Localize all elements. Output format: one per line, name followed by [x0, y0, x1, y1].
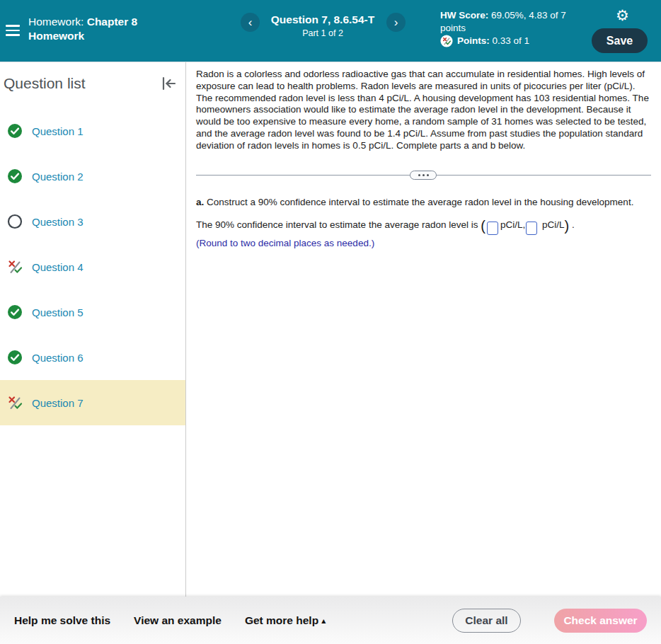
- sidebar-item-question-6[interactable]: Question 6: [0, 335, 185, 380]
- assignment-type-label: Homework:: [28, 16, 84, 28]
- unit-label-second: pCi/L: [542, 219, 565, 230]
- chevron-right-icon: ›: [394, 16, 398, 29]
- sidebar-item-question-1[interactable]: Question 1: [0, 108, 185, 154]
- question-link-label: Question 7: [32, 397, 84, 409]
- question-list-title: Question list: [4, 75, 86, 92]
- correct-status-icon: [7, 123, 23, 139]
- answer-line: The 90% confidence interval to estimate …: [196, 218, 651, 236]
- collapse-panel-button[interactable]: [160, 74, 178, 93]
- close-paren: ): [564, 218, 569, 234]
- help-me-solve-this-button[interactable]: Help me solve this: [14, 614, 110, 627]
- partial-status-icon: [7, 395, 23, 410]
- part-a-label: a.: [196, 197, 204, 207]
- question-nav-title: Question 7, 8.6.54-T Part 1 of 2: [263, 13, 382, 38]
- points-line: Points: 0.33 of 1: [440, 35, 587, 47]
- collapse-arrow-icon: [160, 74, 178, 93]
- question-part-label: Part 1 of 2: [263, 28, 382, 38]
- unit-label-first: pCi/L,: [500, 219, 525, 230]
- question-list: Question 1 Question 2 Question 3 Questio…: [0, 108, 185, 425]
- question-list-header: Question list: [0, 62, 185, 100]
- score-block: HW Score: 69.05%, 4.83 of 7 points Point…: [440, 9, 587, 47]
- caret-up-icon: ▴: [321, 616, 326, 625]
- question-link-label: Question 5: [32, 306, 84, 318]
- section-divider: [196, 171, 651, 180]
- menu-hamburger-icon[interactable]: [6, 25, 20, 36]
- question-link-label: Question 1: [32, 125, 84, 137]
- settings-gear-icon[interactable]: ⚙: [616, 7, 629, 24]
- bottom-toolbar: Help me solve this View an example Get m…: [0, 597, 661, 644]
- partial-status-icon: [7, 259, 23, 275]
- question-title: Question 7, 8.6.54-T: [263, 13, 382, 26]
- question-link-label: Question 4: [32, 261, 84, 273]
- chevron-left-icon: ‹: [248, 16, 253, 29]
- assignment-title: Homework: Chapter 8 Homework: [28, 15, 157, 43]
- question-link-label: Question 3: [32, 216, 84, 228]
- ellipsis-icon: [418, 174, 420, 176]
- ellipsis-toggle-button[interactable]: [410, 171, 437, 180]
- check-answer-button[interactable]: Check answer: [554, 609, 647, 633]
- sidebar-item-question-4[interactable]: Question 4: [0, 244, 185, 289]
- problem-statement: Radon is a colorless and odorless radioa…: [196, 69, 651, 152]
- question-link-label: Question 2: [32, 171, 84, 183]
- sidebar-item-question-2[interactable]: Question 2: [0, 154, 185, 199]
- correct-status-icon: [7, 304, 23, 320]
- next-question-button[interactable]: ›: [386, 13, 406, 32]
- part-a-prompt: a. Construct a 90% confidence interval t…: [196, 197, 651, 207]
- question-link-label: Question 6: [32, 352, 84, 364]
- app-header: Homework: Chapter 8 Homework ‹ Question …: [0, 0, 661, 62]
- hw-score-line: HW Score: 69.05%, 4.83 of 7 points: [440, 9, 587, 34]
- answer-input-lower[interactable]: [487, 222, 498, 235]
- correct-status-icon: [7, 350, 23, 365]
- unanswered-status-icon: [7, 214, 23, 229]
- save-button[interactable]: Save: [592, 28, 648, 53]
- body-row: Question list Question 1 Question 2: [0, 62, 661, 597]
- part-a-text: Construct a 90% confidence interval to e…: [204, 197, 633, 207]
- question-content: Radon is a colorless and odorless radioa…: [186, 62, 661, 597]
- sidebar-item-question-5[interactable]: Question 5: [0, 289, 185, 335]
- answer-sentence: The 90% confidence interval to estimate …: [196, 219, 481, 230]
- sentence-period: .: [572, 219, 575, 230]
- hw-score-label: HW Score:: [440, 10, 488, 21]
- rounding-instruction: (Round to two decimal places as needed.): [196, 238, 651, 248]
- previous-question-button[interactable]: ‹: [241, 13, 260, 32]
- clear-all-button[interactable]: Clear all: [452, 609, 521, 633]
- question-list-panel: Question list Question 1 Question 2: [0, 62, 186, 597]
- sidebar-item-question-7[interactable]: Question 7: [0, 380, 185, 425]
- answer-input-upper[interactable]: [526, 222, 537, 235]
- homework-page: Homework: Chapter 8 Homework ‹ Question …: [0, 0, 661, 644]
- get-more-help-button[interactable]: Get more help ▴: [245, 614, 326, 627]
- correct-status-icon: [7, 168, 23, 184]
- view-an-example-button[interactable]: View an example: [134, 614, 222, 627]
- partial-credit-icon: [440, 35, 453, 47]
- points-label: Points:: [457, 35, 490, 47]
- points-value: 0.33 of 1: [493, 35, 530, 47]
- sidebar-item-question-3[interactable]: Question 3: [0, 199, 185, 244]
- open-paren: (: [481, 218, 485, 234]
